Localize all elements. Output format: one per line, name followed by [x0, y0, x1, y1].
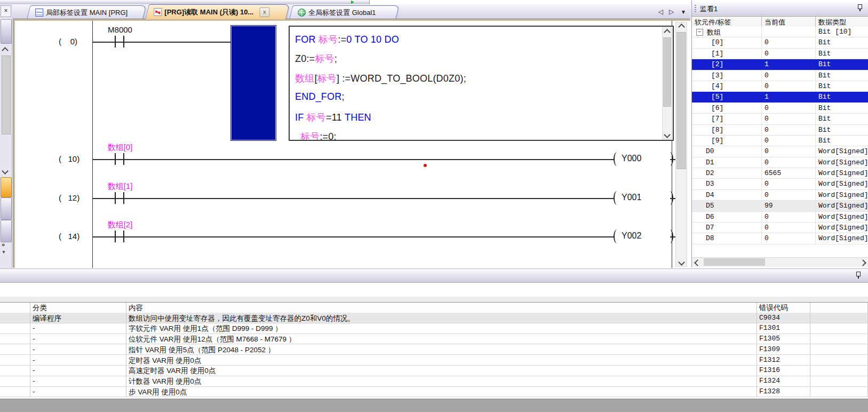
- watch-row[interactable]: D10Word[Signed]: [692, 157, 868, 168]
- column-current-value[interactable]: 当前值: [762, 17, 816, 27]
- contact-bar[interactable]: [123, 192, 124, 204]
- watch-row[interactable]: [7]0Bit: [692, 114, 868, 124]
- watch-row[interactable]: D26565Word[Signed]: [692, 168, 868, 179]
- dock-button[interactable]: [1, 220, 12, 242]
- scrollbar-thumb[interactable]: [704, 258, 765, 266]
- watch-hscrollbar[interactable]: [692, 257, 868, 267]
- watch-row[interactable]: [9]0Bit: [692, 136, 868, 146]
- output-row[interactable]: -计数器 VAR用 使用0点F1324: [0, 376, 868, 387]
- scrollbar-thumb[interactable]: [676, 32, 686, 169]
- drag-grip[interactable]: [695, 5, 696, 12]
- ladder-editor[interactable]: ( 0)M8000( 10)数组[0]Y000( 12)数组[1]Y001( 1…: [13, 19, 690, 268]
- tab-list-dropdown-icon[interactable]: ▼: [681, 9, 686, 15]
- overflow-menu-icon[interactable]: ▼: [2, 250, 6, 255]
- output-row[interactable]: -步 VAR用 使用0点F1328: [0, 387, 868, 398]
- contact-bar[interactable]: [123, 153, 124, 165]
- scroll-down-icon[interactable]: [676, 258, 687, 266]
- contact-bar[interactable]: [115, 153, 116, 165]
- contact-bar[interactable]: [115, 231, 116, 242]
- watch-row[interactable]: [8]0Bit: [692, 125, 868, 136]
- contact-label[interactable]: M8000: [85, 25, 155, 34]
- watch-cell-label: D7: [692, 223, 762, 233]
- watch-row[interactable]: D30Word[Signed]: [692, 179, 868, 189]
- watch-row[interactable]: [6]0Bit: [692, 103, 868, 114]
- tab-2[interactable]: [PRG]读取 MAIN (只读) 10...x: [145, 4, 290, 19]
- inline-st-block[interactable]: [231, 26, 276, 140]
- scroll-up-icon[interactable]: [663, 28, 672, 36]
- pin-icon[interactable]: [855, 272, 862, 279]
- column-category[interactable]: 分类: [30, 303, 126, 313]
- column-device-label[interactable]: 软元件/标签: [692, 17, 762, 27]
- contact-label[interactable]: 数组[1]: [85, 181, 155, 192]
- pin-icon[interactable]: [857, 4, 863, 12]
- bottom-scroll-strip[interactable]: [0, 399, 868, 412]
- coil-label[interactable]: Y000: [622, 154, 641, 163]
- coil-open-paren[interactable]: [614, 152, 620, 166]
- tab-close-button[interactable]: x: [259, 7, 269, 17]
- watch-row[interactable]: [2]1Bit: [692, 59, 868, 70]
- tab-scroll-right-icon[interactable]: ▷: [669, 8, 674, 15]
- scroll-left-icon[interactable]: [694, 259, 701, 266]
- scrollbar-thumb[interactable]: [2, 56, 11, 134]
- st-code-box[interactable]: FOR 标号:=0 TO 10 DOZ0:=标号;数组[标号] :=WORD_T…: [289, 26, 674, 141]
- dock-button-active[interactable]: [1, 177, 12, 197]
- watch-row[interactable]: [3]0Bit: [692, 70, 868, 81]
- output-titlebar[interactable]: [0, 268, 868, 283]
- contact-label[interactable]: 数组[0]: [85, 142, 155, 153]
- output-row[interactable]: -高速定时器 VAR用 使用0点F1316: [0, 366, 868, 376]
- watch-cell-label: [0]: [692, 37, 762, 47]
- contact-label[interactable]: 数组[2]: [85, 220, 155, 230]
- contact-bar[interactable]: [123, 36, 124, 47]
- coil-label[interactable]: Y001: [622, 193, 641, 202]
- output-cell-spacer: [0, 334, 30, 344]
- column-data-type[interactable]: 数据类型: [816, 17, 868, 27]
- output-row[interactable]: -指针 VAR用 使用5点（范围 P2048 - P2052 ）F1309: [0, 344, 868, 355]
- scroll-down-icon[interactable]: [2, 168, 9, 175]
- coil-label[interactable]: Y002: [622, 231, 641, 241]
- tab-3[interactable]: 全局标签设置 Global1: [289, 5, 399, 19]
- watch-row[interactable]: D40Word[Signed]: [692, 190, 868, 201]
- tab-scroll-left-icon[interactable]: ◁: [658, 8, 663, 15]
- dock-button[interactable]: [1, 197, 12, 220]
- coil-open-paren[interactable]: [614, 229, 620, 243]
- output-row[interactable]: -字软元件 VAR用 使用1点（范围 D999 - D999 ）F1301: [0, 323, 868, 334]
- scrollbar-thumb[interactable]: [663, 37, 671, 107]
- watch-row[interactable]: [5]1Bit: [692, 92, 868, 102]
- contact-bar[interactable]: [115, 192, 116, 204]
- output-row[interactable]: 编译程序数组访问中使用变址寄存器，因此有覆盖变址寄存器的Z0和V0的情况。C90…: [0, 313, 868, 323]
- scroll-right-icon[interactable]: [859, 259, 866, 266]
- output-row[interactable]: -定时器 VAR用 使用0点F1312: [0, 355, 868, 366]
- watch-row[interactable]: [0]0Bit: [692, 37, 868, 48]
- watch-cell-type: Word[Signed]: [816, 233, 868, 243]
- output-row[interactable]: -位软元件 VAR用 使用12点（范围 M7668 - M7679 ）F1305: [0, 334, 868, 345]
- watch-row[interactable]: D60Word[Signed]: [692, 212, 868, 223]
- collapse-icon[interactable]: −: [696, 29, 703, 36]
- watch-row[interactable]: [1]0Bit: [692, 49, 868, 59]
- scroll-down-icon[interactable]: [663, 130, 672, 139]
- scroll-up-icon[interactable]: [676, 22, 687, 31]
- contact-bar[interactable]: [115, 36, 116, 47]
- watch-row[interactable]: D70Word[Signed]: [692, 223, 868, 233]
- watch-row[interactable]: [4]0Bit: [692, 81, 868, 92]
- column-error-code[interactable]: 错误代码: [757, 303, 810, 313]
- watch-row[interactable]: D599Word[Signed]: [692, 201, 868, 211]
- coil-open-paren[interactable]: [614, 191, 620, 205]
- st-scrollbar[interactable]: [662, 27, 672, 139]
- watch-row[interactable]: D00Word[Signed]: [692, 146, 868, 157]
- contact-bar[interactable]: [123, 231, 124, 242]
- st-code-line: 数组[标号] :=WORD_TO_BOOL(D0Z0);: [295, 72, 466, 85]
- watch-cell-value: 0: [762, 179, 816, 189]
- column-content[interactable]: 内容: [126, 303, 757, 313]
- watch-row[interactable]: −数组Bit [10]: [692, 27, 868, 37]
- dock-button[interactable]: [1, 19, 12, 44]
- watch-row[interactable]: D80Word[Signed]: [692, 233, 868, 244]
- program-monitor-icon: [154, 8, 162, 16]
- close-icon[interactable]: ×: [1, 5, 11, 17]
- overflow-chevrons[interactable]: »: [2, 241, 5, 248]
- tab-1[interactable]: 局部标签设置 MAIN [PRG]: [27, 5, 146, 19]
- scroll-up-icon[interactable]: [2, 47, 9, 54]
- watch-titlebar[interactable]: 监看1: [692, 2, 868, 15]
- editor-vscrollbar[interactable]: [675, 22, 687, 267]
- watch-cell-value: 0: [762, 157, 816, 168]
- output-cell-spacer: [0, 323, 30, 334]
